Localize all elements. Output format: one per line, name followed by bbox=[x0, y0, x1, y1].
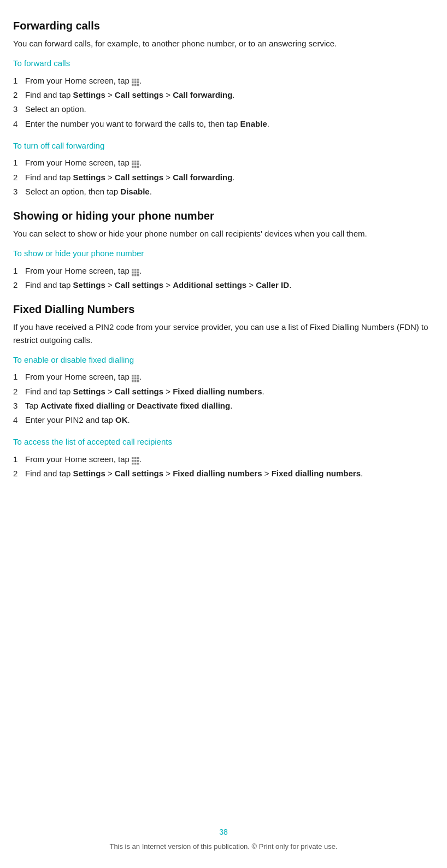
svg-rect-36 bbox=[132, 457, 134, 459]
list-item: 3 Select an option. bbox=[13, 103, 434, 115]
section-intro-fdn: If you have received a PIN2 code from yo… bbox=[13, 321, 434, 346]
svg-rect-6 bbox=[132, 84, 134, 86]
svg-rect-2 bbox=[137, 79, 139, 81]
svg-rect-24 bbox=[132, 274, 134, 276]
subsection-heading-accesslist: To access the list of accepted call reci… bbox=[13, 436, 434, 448]
step-text: Find and tap Settings > Call settings > … bbox=[25, 88, 434, 101]
step-text: From your Home screen, tap . bbox=[25, 156, 434, 169]
step-num: 4 bbox=[13, 117, 25, 130]
page-footer: 38 This is an Internet version of this p… bbox=[0, 826, 447, 852]
access-list-steps: 1 From your Home screen, tap . 2 Find an… bbox=[13, 453, 434, 480]
list-item: 2 Find and tap Settings > Call settings … bbox=[13, 279, 434, 291]
section-showing-hiding: Showing or hiding your phone number You … bbox=[13, 208, 434, 291]
grid-icon bbox=[132, 159, 139, 167]
list-item: 2 Find and tap Settings > Call settings … bbox=[13, 171, 434, 184]
list-item: 1 From your Home screen, tap . bbox=[13, 74, 434, 87]
section-fixed-dialling: Fixed Dialling Numbers If you have recei… bbox=[13, 301, 434, 480]
step-num: 3 bbox=[13, 103, 25, 115]
svg-rect-23 bbox=[137, 271, 139, 274]
svg-rect-42 bbox=[132, 463, 134, 465]
svg-rect-12 bbox=[132, 163, 134, 166]
list-item: 1 From your Home screen, tap . bbox=[13, 453, 434, 465]
step-num: 2 bbox=[13, 467, 25, 480]
step-text: Enter the number you want to forward the… bbox=[25, 117, 434, 130]
step-num: 3 bbox=[13, 399, 25, 412]
svg-rect-10 bbox=[134, 161, 137, 163]
svg-rect-15 bbox=[132, 166, 134, 168]
step-num: 2 bbox=[13, 279, 25, 291]
svg-rect-25 bbox=[134, 274, 137, 276]
enable-fdn-steps: 1 From your Home screen, tap . 2 Find an… bbox=[13, 370, 434, 426]
svg-rect-26 bbox=[137, 274, 139, 276]
svg-rect-18 bbox=[132, 269, 134, 271]
svg-rect-14 bbox=[137, 163, 139, 166]
svg-rect-39 bbox=[132, 460, 134, 462]
step-num: 1 bbox=[13, 74, 25, 87]
page-content: Forwarding calls You can forward calls, … bbox=[0, 0, 447, 868]
svg-rect-1 bbox=[134, 79, 137, 81]
step-text: Find and tap Settings > Call settings > … bbox=[25, 467, 434, 480]
subsection-heading-turnoff: To turn off call forwarding bbox=[13, 140, 434, 152]
step-text: From your Home screen, tap . bbox=[25, 264, 434, 277]
step-num: 4 bbox=[13, 414, 25, 426]
list-item: 2 Find and tap Settings > Call settings … bbox=[13, 467, 434, 480]
list-item: 3 Tap Activate fixed dialling or Deactiv… bbox=[13, 399, 434, 412]
list-item: 4 Enter the number you want to forward t… bbox=[13, 117, 434, 130]
section-intro-forwarding: You can forward calls, for example, to a… bbox=[13, 37, 434, 50]
grid-icon bbox=[132, 267, 139, 275]
page-number: 38 bbox=[0, 826, 447, 838]
list-item: 2 Find and tap Settings > Call settings … bbox=[13, 88, 434, 101]
step-num: 2 bbox=[13, 385, 25, 398]
svg-rect-35 bbox=[137, 380, 139, 382]
turn-off-steps: 1 From your Home screen, tap . 2 Find an… bbox=[13, 156, 434, 198]
subsection-heading-showhide: To show or hide your phone number bbox=[13, 247, 434, 260]
step-num: 2 bbox=[13, 171, 25, 184]
svg-rect-3 bbox=[132, 81, 134, 84]
svg-rect-38 bbox=[137, 457, 139, 459]
section-forwarding-calls: Forwarding calls You can forward calls, … bbox=[13, 17, 434, 198]
step-num: 2 bbox=[13, 88, 25, 101]
step-text: Enter your PIN2 and tap OK. bbox=[25, 414, 434, 426]
grid-icon bbox=[132, 77, 139, 85]
svg-rect-19 bbox=[134, 269, 137, 271]
list-item: 4 Enter your PIN2 and tap OK. bbox=[13, 414, 434, 426]
svg-rect-41 bbox=[137, 460, 139, 462]
svg-rect-11 bbox=[137, 161, 139, 163]
list-item: 2 Find and tap Settings > Call settings … bbox=[13, 385, 434, 398]
svg-rect-5 bbox=[137, 81, 139, 84]
subsection-heading-forward: To forward calls bbox=[13, 57, 434, 70]
step-text: Find and tap Settings > Call settings > … bbox=[25, 171, 434, 184]
svg-rect-16 bbox=[134, 166, 137, 168]
step-num: 1 bbox=[13, 453, 25, 465]
step-text: From your Home screen, tap . bbox=[25, 74, 434, 87]
svg-rect-43 bbox=[134, 463, 137, 465]
svg-rect-13 bbox=[134, 163, 137, 166]
step-num: 1 bbox=[13, 264, 25, 277]
subsection-access-list: To access the list of accepted call reci… bbox=[13, 436, 434, 480]
step-text: Tap Activate fixed dialling or Deactivat… bbox=[25, 399, 434, 412]
step-text: Find and tap Settings > Call settings > … bbox=[25, 279, 434, 291]
step-num: 1 bbox=[13, 370, 25, 383]
grid-icon bbox=[132, 373, 139, 381]
subsection-show-hide: To show or hide your phone number 1 From… bbox=[13, 247, 434, 291]
list-item: 1 From your Home screen, tap . bbox=[13, 370, 434, 383]
svg-rect-21 bbox=[132, 271, 134, 274]
show-hide-steps: 1 From your Home screen, tap . 2 Find an… bbox=[13, 264, 434, 292]
svg-rect-44 bbox=[137, 463, 139, 465]
svg-rect-32 bbox=[137, 377, 139, 380]
step-text: Find and tap Settings > Call settings > … bbox=[25, 385, 434, 398]
forward-calls-steps: 1 From your Home screen, tap . 2 Find an… bbox=[13, 74, 434, 130]
svg-rect-0 bbox=[132, 79, 134, 81]
svg-rect-37 bbox=[134, 457, 137, 459]
svg-rect-17 bbox=[137, 166, 139, 168]
svg-rect-8 bbox=[137, 84, 139, 86]
svg-rect-7 bbox=[134, 84, 137, 86]
svg-rect-9 bbox=[132, 161, 134, 163]
svg-rect-30 bbox=[132, 377, 134, 380]
step-num: 1 bbox=[13, 156, 25, 169]
svg-rect-34 bbox=[134, 380, 137, 382]
step-num: 3 bbox=[13, 185, 25, 198]
svg-rect-22 bbox=[134, 271, 137, 274]
svg-rect-27 bbox=[132, 375, 134, 377]
svg-rect-28 bbox=[134, 375, 137, 377]
